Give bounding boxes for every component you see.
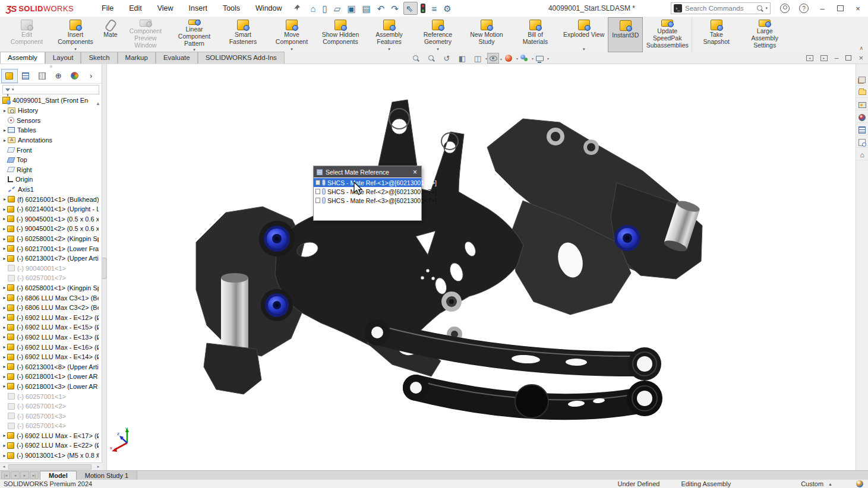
panel-tab[interactable]: [34, 69, 50, 83]
expand-arrow-icon[interactable]: [2, 207, 7, 212]
mate-reference-item[interactable]: SHCS - Mate Ref-<3>@[60213001<7>]: [314, 196, 421, 205]
tree-item[interactable]: (-) 60213001<8> (Upper Articu: [0, 362, 99, 372]
ribbon-button[interactable]: Component Preview Window: [121, 17, 170, 52]
task-pane-button[interactable]: [857, 125, 868, 135]
quick-access-button[interactable]: ⇖: [403, 2, 418, 15]
panel-tab[interactable]: ›: [83, 69, 100, 83]
menu-item[interactable]: Edit: [121, 2, 150, 15]
tree-item[interactable]: History: [0, 106, 99, 116]
splitter-grip[interactable]: [102, 258, 107, 279]
ribbon-dropdown-arrow[interactable]: [583, 47, 585, 52]
quick-access-button[interactable]: ▣: [345, 2, 359, 15]
tree-item[interactable]: (-) 90040001<1>: [0, 264, 99, 274]
tree-item[interactable]: (-) 6902 LLU Max - E<15> (Ø 1: [0, 322, 99, 332]
tree-item[interactable]: (-) 60218001<3> (Lower AR Ar: [0, 382, 99, 392]
quick-access-button[interactable]: ▱: [332, 2, 345, 15]
task-pane-button[interactable]: [857, 75, 868, 85]
tab-nav-arrow-icon[interactable]: ▸: [20, 471, 29, 479]
tree-root-item[interactable]: 40099001_Start (Front End Sub Asse: [0, 96, 102, 105]
document-tab[interactable]: Motion Study 1: [77, 471, 137, 480]
tree-item[interactable]: Sensors: [0, 116, 99, 126]
doc-minimize-icon[interactable]: –: [835, 54, 839, 62]
expand-arrow-icon[interactable]: [2, 128, 8, 133]
tree-item[interactable]: (-) 60257001<7>: [0, 273, 99, 283]
tree-item[interactable]: (-) 6902 LLU Max - E<17> (Ø 1: [0, 431, 99, 441]
config-dropdown-icon[interactable]: ▲: [828, 482, 832, 486]
expand-arrow-icon[interactable]: [2, 433, 7, 438]
ribbon-button[interactable]: Move Component: [267, 17, 316, 52]
tree-item[interactable]: Axis1: [0, 185, 99, 195]
ribbon-tab[interactable]: Evaluate: [156, 52, 198, 64]
ribbon-button[interactable]: Linear Component Pattern: [170, 17, 219, 52]
expand-arrow-icon[interactable]: [2, 108, 8, 113]
panel-tab[interactable]: [1, 69, 18, 83]
tree-item[interactable]: (-) 6806 LLU Max C3<2> (Beari: [0, 303, 99, 313]
panel-splitter[interactable]: [102, 64, 107, 470]
ribbon-button[interactable]: New Motion Study: [462, 17, 511, 52]
quick-access-button[interactable]: [419, 2, 429, 15]
expand-arrow-icon[interactable]: [2, 197, 8, 202]
menu-item[interactable]: Tools: [215, 2, 248, 15]
panel-tab[interactable]: ⊕: [50, 69, 67, 83]
minimize-button[interactable]: –: [818, 4, 826, 13]
dialog-title-bar[interactable]: Select Mate Reference ×: [314, 166, 421, 178]
search-dropdown-icon[interactable]: ▾: [765, 6, 768, 11]
expand-arrow-icon[interactable]: [2, 246, 7, 251]
graphics-viewport[interactable]: y x z Select Mate Reference ×: [107, 64, 856, 470]
view-tool-button[interactable]: ▾: [487, 53, 499, 64]
tree-item[interactable]: Origin: [0, 175, 99, 185]
ribbon-dropdown-arrow[interactable]: [437, 47, 439, 52]
expand-arrow-icon[interactable]: [2, 305, 7, 310]
search-icon[interactable]: [756, 5, 763, 12]
tree-item[interactable]: Annotations: [0, 135, 99, 145]
tree-item[interactable]: (-) 6902 LLU Max - E<16> (Ø 1: [0, 342, 99, 352]
view-tool-button[interactable]: ◫ ▾: [472, 53, 484, 64]
tree-item[interactable]: Right: [0, 165, 99, 175]
ribbon-button[interactable]: Bill of Materials: [511, 17, 560, 52]
task-pane-button[interactable]: [857, 137, 868, 148]
expand-arrow-icon[interactable]: [2, 285, 7, 290]
tree-item[interactable]: (-) 6902 LLU Max - E<22> (Ø 1: [0, 441, 99, 451]
tree-scroll-down-icon[interactable]: ▼: [96, 452, 100, 457]
user-account-icon[interactable]: [780, 4, 790, 13]
expand-arrow-icon[interactable]: [2, 315, 7, 320]
configuration-selector[interactable]: Custom ▲: [801, 480, 832, 487]
task-pane-button[interactable]: ⌂: [857, 150, 868, 160]
expand-arrow-icon[interactable]: [2, 226, 7, 232]
previous-document-icon[interactable]: ◂: [806, 55, 813, 61]
ribbon-button[interactable]: Instant3D: [608, 17, 643, 52]
menu-item[interactable]: Window: [248, 2, 289, 15]
panel-grip[interactable]: [0, 64, 102, 68]
tree-item[interactable]: Top: [0, 155, 99, 165]
expand-arrow-icon[interactable]: [2, 344, 7, 350]
scroll-left-icon[interactable]: ◂: [0, 463, 8, 470]
ribbon-button[interactable]: Insert Components: [51, 17, 100, 52]
tab-nav-arrow-icon[interactable]: ◂: [11, 471, 20, 479]
ribbon-tab[interactable]: Layout: [45, 52, 81, 64]
tree-item[interactable]: (-) 60258001<2> (Kingpin Spac: [0, 234, 99, 244]
quick-access-button[interactable]: ↶: [375, 2, 389, 15]
doc-close-icon[interactable]: ×: [858, 53, 863, 62]
ribbon-button[interactable]: Assembly Features: [365, 17, 414, 52]
pin-menu-icon[interactable]: [293, 3, 301, 14]
tree-item[interactable]: (-) 90045001<2> (0.5 x 0.6 x 1 E: [0, 224, 99, 234]
menu-item[interactable]: File: [94, 2, 121, 15]
expand-arrow-icon[interactable]: [2, 453, 7, 458]
tree-item[interactable]: (-) 6902 LLU Max - E<14> (Ø 1: [0, 352, 99, 362]
ribbon-button[interactable]: Take Snapshot: [692, 17, 740, 52]
ribbon-button[interactable]: Reference Geometry: [414, 17, 462, 52]
tree-item[interactable]: (-) 6902 LLU Max - E<12> (Ø 1: [0, 312, 99, 322]
menu-item[interactable]: View: [150, 2, 181, 15]
close-button[interactable]: ×: [854, 4, 862, 13]
search-commands-box[interactable]: ›_ Search Commands ▾: [671, 2, 771, 14]
scroll-right-icon[interactable]: ▸: [94, 463, 102, 470]
next-document-icon[interactable]: ▸: [820, 55, 828, 61]
maximize-button[interactable]: [836, 4, 844, 13]
scrollbar-thumb[interactable]: [8, 464, 91, 470]
tree-item[interactable]: (-) 60257001<4>: [0, 421, 99, 431]
mate-reference-item[interactable]: SHCS - Mate Ref-<2>@[60213001<7>]: [314, 187, 421, 196]
quick-access-button[interactable]: ▯: [321, 2, 331, 15]
ribbon-button[interactable]: Exploded View: [560, 17, 608, 52]
tree-item[interactable]: Tables: [0, 125, 99, 135]
view-tool-button[interactable]: ▾: [534, 53, 545, 64]
